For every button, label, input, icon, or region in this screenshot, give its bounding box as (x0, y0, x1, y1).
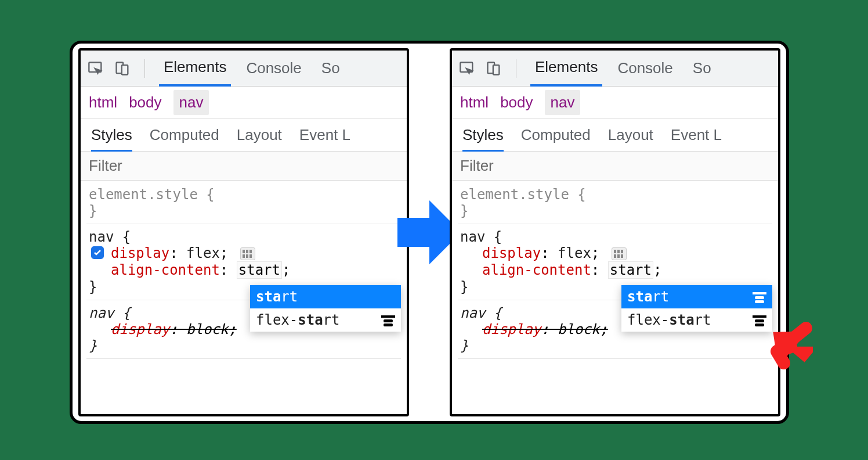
filter-placeholder: Filter (460, 157, 494, 175)
prop-value-flex[interactable]: flex (186, 245, 220, 261)
subtab-layout[interactable]: Layout (608, 126, 653, 144)
tab-sources-truncated[interactable]: So (688, 51, 716, 85)
autocomplete-popup-before: start flex-start (250, 285, 401, 332)
svg-rect-22 (753, 292, 766, 294)
prop-name-align-content: align-content (111, 262, 220, 278)
styles-filter-input[interactable]: Filter (452, 152, 778, 181)
toolbar-divider (516, 59, 516, 78)
prop-align-content[interactable]: align-content: start; (460, 261, 770, 279)
comparison-gap (409, 44, 450, 421)
styles-pane: element.style { } nav { display: flex; a… (452, 181, 778, 367)
autocomplete-popup-after: start flex-start (621, 285, 772, 332)
tab-elements[interactable]: Elements (159, 50, 231, 87)
subtab-layout[interactable]: Layout (237, 126, 282, 144)
svg-rect-16 (614, 250, 616, 253)
prop-value-editing[interactable]: start (608, 261, 653, 279)
rule-element-style[interactable]: element.style { } (86, 184, 401, 224)
inspect-element-icon[interactable] (459, 60, 475, 77)
prop-value-flex[interactable]: flex (558, 245, 591, 261)
svg-rect-25 (753, 315, 766, 318)
svg-rect-11 (384, 324, 393, 326)
svg-rect-26 (755, 319, 764, 322)
selector-nav: nav { (89, 229, 399, 245)
flexbox-editor-icon[interactable] (612, 247, 627, 260)
styles-pane: element.style { } nav { display: flex; a… (81, 181, 407, 367)
styles-filter-input[interactable]: Filter (81, 152, 407, 181)
comparison-frame: Elements Console So html body nav Styles… (70, 41, 789, 424)
svg-rect-3 (243, 250, 245, 253)
svg-rect-24 (755, 300, 764, 303)
align-start-icon (753, 314, 766, 326)
autocomplete-option-start[interactable]: start (621, 285, 772, 308)
devtools-panel-after: Elements Console So html body nav Styles… (450, 48, 780, 416)
subtab-computed[interactable]: Computed (521, 126, 591, 144)
prop-display-flex[interactable]: display: flex; (460, 245, 770, 261)
svg-rect-7 (246, 254, 248, 258)
prop-name-display: display (111, 245, 169, 261)
tab-console[interactable]: Console (241, 51, 306, 85)
breadcrumb-body[interactable]: body (500, 94, 533, 112)
rule-element-style[interactable]: element.style { } (458, 184, 772, 224)
svg-rect-9 (381, 315, 395, 318)
svg-rect-15 (493, 65, 500, 74)
svg-rect-20 (617, 254, 620, 258)
breadcrumb-html[interactable]: html (460, 94, 489, 112)
breadcrumb-nav[interactable]: nav (545, 90, 581, 115)
svg-rect-17 (617, 250, 620, 253)
svg-rect-4 (246, 250, 248, 253)
autocomplete-option-start[interactable]: start (250, 285, 401, 308)
devtools-top-toolbar: Elements Console So (81, 51, 407, 87)
property-enable-checkbox[interactable] (91, 246, 104, 259)
breadcrumb-body[interactable]: body (129, 94, 161, 112)
prop-name-display: display (482, 245, 541, 261)
svg-rect-2 (122, 65, 128, 74)
autocomplete-option-flex-start[interactable]: flex-start (621, 308, 772, 332)
device-toggle-icon[interactable] (486, 60, 502, 77)
close-brace: } (460, 203, 770, 219)
subtab-computed[interactable]: Computed (150, 126, 219, 144)
close-brace: } (89, 337, 399, 354)
prop-display-flex[interactable]: display: flex; (89, 245, 399, 261)
breadcrumb-nav[interactable]: nav (173, 90, 209, 115)
selector-element-style: element.style { (89, 186, 399, 203)
autocomplete-option-flex-start[interactable]: flex-start (250, 308, 401, 332)
prop-name-align-content: align-content (482, 262, 591, 278)
inspect-element-icon[interactable] (88, 60, 104, 77)
tab-console[interactable]: Console (613, 51, 677, 85)
align-start-icon (381, 314, 395, 326)
subtab-events-truncated[interactable]: Event L (671, 126, 722, 144)
subtab-styles[interactable]: Styles (91, 118, 132, 152)
flexbox-editor-icon[interactable] (240, 247, 255, 260)
svg-rect-5 (249, 250, 252, 253)
breadcrumb: html body nav (452, 87, 778, 119)
subtab-styles[interactable]: Styles (462, 118, 504, 152)
svg-rect-27 (755, 324, 764, 326)
align-start-icon (753, 291, 766, 303)
svg-rect-19 (614, 254, 616, 258)
devtools-panel-before: Elements Console So html body nav Styles… (78, 48, 409, 416)
svg-rect-6 (243, 254, 245, 258)
subtab-events-truncated[interactable]: Event L (299, 126, 350, 144)
selector-element-style: element.style { (460, 186, 770, 203)
close-brace: } (89, 203, 399, 219)
svg-rect-23 (755, 296, 764, 299)
svg-rect-18 (621, 250, 623, 253)
prop-value-editing[interactable]: start (237, 261, 282, 279)
breadcrumb: html body nav (81, 87, 407, 119)
close-brace: } (460, 337, 770, 354)
device-toggle-icon[interactable] (114, 60, 131, 77)
styles-subtabs: Styles Computed Layout Event L (81, 119, 407, 152)
tab-sources-truncated[interactable]: So (317, 51, 345, 85)
breadcrumb-html[interactable]: html (89, 94, 117, 112)
devtools-top-toolbar: Elements Console So (452, 51, 778, 87)
styles-subtabs: Styles Computed Layout Event L (452, 119, 778, 152)
toolbar-divider (144, 59, 145, 78)
tab-elements[interactable]: Elements (530, 50, 602, 87)
prop-align-content[interactable]: align-content: start; (89, 261, 399, 279)
filter-placeholder: Filter (89, 157, 122, 175)
svg-rect-8 (249, 254, 252, 258)
svg-rect-10 (384, 319, 393, 322)
selector-nav: nav { (460, 229, 770, 245)
svg-rect-21 (621, 254, 623, 258)
